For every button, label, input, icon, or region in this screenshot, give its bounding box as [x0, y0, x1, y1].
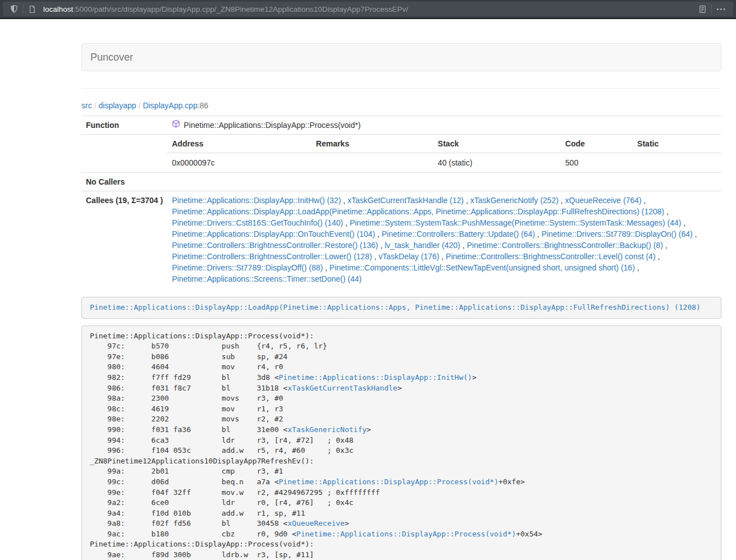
callee-link[interactable]: xTaskGenericNotify (252) — [470, 196, 559, 205]
table-row: Callees (19, Σ=3704 ) Pinetime::Applicat… — [81, 191, 721, 288]
page-container: Puncover src/displayapp/DisplayApp.cpp:8… — [81, 43, 721, 560]
symbol-link[interactable]: xQueueReceive — [287, 519, 345, 527]
disassembly-box: Pinetime::Applications::DisplayApp::Proc… — [81, 325, 721, 560]
symbol-cube-icon — [172, 120, 180, 131]
table-row: No Callers — [81, 173, 721, 191]
callee-link[interactable]: Pinetime::Controllers::BrightnessControl… — [467, 241, 662, 250]
callee-link[interactable]: Pinetime::Controllers::Battery::Update()… — [382, 229, 535, 238]
callee-link[interactable]: xTaskGetCurrentTaskHandle (12) — [348, 196, 464, 205]
urlbar-divider — [23, 4, 24, 13]
table-row: Function Pinetime::Applications::Display… — [81, 116, 721, 135]
callee-link[interactable]: Pinetime::Controllers::BrightnessControl… — [172, 241, 378, 250]
url-text[interactable]: localhost:5000/path/src/displayapp/Displ… — [43, 5, 695, 13]
disassembly: Pinetime::Applications::DisplayApp::Proc… — [90, 331, 713, 560]
callers-cell — [167, 173, 721, 191]
brand-title[interactable]: Puncover — [82, 44, 141, 71]
breadcrumb-line-number: :86 — [198, 101, 208, 110]
empty-header-cell — [81, 135, 167, 173]
url-bar[interactable]: localhost:5000/path/src/displayapp/Displ… — [3, 2, 733, 16]
table-row: Address Remarks Stack Code Static 0x0000… — [81, 135, 721, 173]
function-symbol-name: Pinetime::Applications::DisplayApp::Proc… — [184, 120, 360, 131]
symbol-link[interactable]: xTaskGenericNotify — [287, 425, 367, 434]
breadcrumb-displayapp[interactable]: displayapp — [99, 101, 136, 110]
col-header-address: Address — [167, 135, 312, 153]
callee-link[interactable]: Pinetime::Applications::DisplayApp::Load… — [172, 207, 664, 216]
callees-list: Pinetime::Applications::DisplayApp::Init… — [172, 195, 717, 284]
app-navbar: Puncover — [81, 43, 721, 71]
breadcrumb-separator: / — [92, 101, 99, 110]
callee-link[interactable]: Pinetime::System::SystemTask::PushMessag… — [350, 218, 682, 227]
shield-icon[interactable] — [6, 2, 22, 16]
breadcrumb-separator: / — [136, 101, 143, 110]
page-actions-icon[interactable]: ••• — [713, 2, 730, 16]
callee-link[interactable]: vTaskDelay (176) — [378, 252, 439, 261]
browser-toolbar: localhost:5000/path/src/displayapp/Displ… — [0, 0, 736, 19]
col-header-stack: Stack — [433, 135, 561, 153]
remarks-value — [312, 153, 433, 173]
stack-value: 40 (static) — [433, 153, 561, 173]
code-value: 500 — [561, 153, 633, 173]
callee-link[interactable]: Pinetime::Controllers::BrightnessControl… — [446, 252, 655, 261]
callee-link[interactable]: Pinetime::Drivers::St7789::DisplayOn() (… — [542, 229, 693, 238]
function-detail-table: Function Pinetime::Applications::Display… — [81, 116, 721, 288]
urlbar-divider — [711, 4, 712, 13]
callee-link[interactable]: Pinetime::Applications::DisplayApp::OnTo… — [172, 229, 375, 238]
function-stats-table: Address Remarks Stack Code Static 0x0000… — [167, 135, 721, 172]
no-callers-label: No Callers — [81, 173, 167, 191]
divider — [81, 88, 721, 89]
table-row: 0x0000097c 40 (static) 500 — [167, 153, 721, 173]
callee-link[interactable]: Pinetime::Applications::DisplayApp::Init… — [172, 196, 341, 205]
symbol-link[interactable]: Pinetime::Applications::DisplayApp::Proc… — [296, 530, 516, 538]
col-header-static: Static — [633, 135, 721, 153]
highlighted-callee-link[interactable]: Pinetime::Applications::DisplayApp::Load… — [90, 303, 701, 311]
breadcrumb-file[interactable]: DisplayApp.cpp — [143, 101, 197, 110]
col-header-remarks: Remarks — [312, 135, 433, 153]
callee-link[interactable]: xQueueReceive (764) — [565, 196, 642, 205]
breadcrumb: src/displayapp/DisplayApp.cpp:86 — [81, 101, 721, 110]
static-value — [633, 153, 721, 173]
symbol-link[interactable]: Pinetime::Applications::DisplayApp::Proc… — [279, 478, 499, 486]
url-host: localhost — [43, 5, 73, 13]
breadcrumb-src[interactable]: src — [81, 101, 92, 110]
callee-link[interactable]: Pinetime::Components::LittleVgl::SetNewT… — [330, 263, 635, 272]
symbol-link[interactable]: xTaskGetCurrentTaskHandle — [287, 384, 397, 392]
callee-link[interactable]: Pinetime::Drivers::Cst816S::GetTouchInfo… — [172, 218, 343, 227]
col-header-code: Code — [561, 135, 633, 153]
callees-label: Callees (19, Σ=3704 ) — [81, 191, 167, 288]
function-row-label: Function — [81, 116, 167, 135]
reader-mode-icon[interactable] — [695, 2, 710, 16]
page-info-icon[interactable] — [25, 2, 40, 16]
callee-link[interactable]: Pinetime::Drivers::St7789::DisplayOff() … — [172, 263, 323, 272]
symbol-link[interactable]: Pinetime::Applications::DisplayApp::Init… — [279, 373, 472, 382]
callee-link[interactable]: Pinetime::Applications::Screens::Timer::… — [172, 274, 362, 283]
callee-link[interactable]: Pinetime::Controllers::BrightnessControl… — [172, 252, 372, 261]
url-path: :5000/path/src/displayapp/DisplayApp.cpp… — [73, 5, 408, 13]
callee-link[interactable]: lv_task_handler (420) — [385, 241, 460, 250]
address-value: 0x0000097c — [167, 153, 312, 173]
highlighted-callee-box: Pinetime::Applications::DisplayApp::Load… — [81, 297, 721, 319]
